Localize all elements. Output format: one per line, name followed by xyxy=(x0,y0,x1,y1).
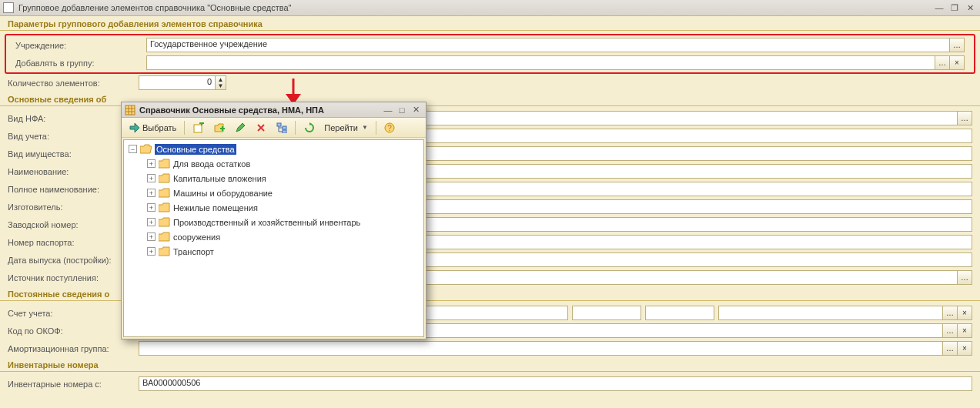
popup-minimize-button[interactable]: — xyxy=(381,104,395,116)
ellipsis-group[interactable]: … xyxy=(935,55,950,70)
expand-icon[interactable]: + xyxy=(147,174,156,182)
input-count[interactable]: 0 xyxy=(139,75,216,90)
label-nfa: Вид НФА: xyxy=(8,114,139,123)
label-name: Наименование: xyxy=(8,167,139,176)
label-account: Счет учета: xyxy=(8,309,139,318)
minimize-button[interactable]: — xyxy=(932,2,946,14)
folder-icon xyxy=(159,173,170,183)
input-account-3[interactable] xyxy=(645,306,714,320)
spinner-count[interactable]: ▲▼ xyxy=(216,75,226,90)
row-org: Учреждение: Государственное учреждение … xyxy=(8,36,972,54)
folder-open-icon xyxy=(140,144,152,154)
refresh-button[interactable] xyxy=(299,119,319,135)
svg-rect-7 xyxy=(194,125,202,132)
svg-rect-14 xyxy=(277,123,281,126)
chevron-down-icon: ▼ xyxy=(362,124,368,131)
separator xyxy=(295,121,296,135)
ellipsis-amort[interactable]: … xyxy=(943,341,958,356)
add-folder-button[interactable] xyxy=(209,119,229,135)
ellipsis-account[interactable]: … xyxy=(943,306,958,320)
clear-account[interactable]: × xyxy=(958,306,972,320)
close-button[interactable]: ✕ xyxy=(963,2,977,14)
ellipsis-nfa[interactable]: … xyxy=(958,111,972,125)
label-builddate: Дата выпуска (постройки): xyxy=(8,256,139,265)
label-amort: Амортизационная группа: xyxy=(8,344,139,353)
tree-item[interactable]: + Машины и оборудование xyxy=(124,186,423,200)
main-titlebar: Групповое добавление элементов справочни… xyxy=(0,0,980,16)
refresh-icon xyxy=(303,122,315,133)
ellipsis-source[interactable]: … xyxy=(958,270,972,285)
edit-button[interactable] xyxy=(230,119,249,135)
label-acctype: Вид учета: xyxy=(8,132,139,141)
tree-root-label: Основные средства xyxy=(155,144,236,155)
expand-icon[interactable]: + xyxy=(147,247,156,256)
input-invfrom[interactable]: ВА0000000506 xyxy=(139,376,972,391)
goto-button[interactable]: Перейти ▼ xyxy=(320,119,372,135)
document-icon xyxy=(3,2,14,13)
folder-plus-icon xyxy=(213,122,225,133)
delete-button[interactable] xyxy=(251,119,270,135)
input-org[interactable]: Государственное учреждение xyxy=(146,38,950,52)
row-amort: Амортизационная группа: …× xyxy=(0,339,980,357)
reference-picker-dialog: Справочник Основные средства, НМА, НПА —… xyxy=(121,102,426,339)
clear-okof[interactable]: × xyxy=(958,323,972,338)
expand-icon[interactable]: + xyxy=(147,189,156,197)
highlight-frame: Учреждение: Государственное учреждение …… xyxy=(5,34,975,74)
add-button[interactable] xyxy=(189,119,208,135)
select-arrow-icon xyxy=(129,122,140,133)
tree-root[interactable]: − Основные средства xyxy=(124,142,423,156)
ellipsis-okof[interactable]: … xyxy=(943,323,958,338)
expand-icon[interactable]: + xyxy=(147,232,156,241)
svg-rect-16 xyxy=(283,130,286,133)
expand-icon[interactable]: + xyxy=(147,203,156,212)
popup-close-button[interactable]: ✕ xyxy=(409,104,423,116)
tree-item[interactable]: + Нежилые помещения xyxy=(124,200,423,215)
section-params-header: Параметры группового добавления элементо… xyxy=(0,16,980,31)
expand-icon[interactable]: + xyxy=(147,159,156,168)
label-passport: Номер паспорта: xyxy=(8,238,139,247)
clear-amort[interactable]: × xyxy=(958,341,972,356)
restore-button[interactable]: ❐ xyxy=(948,2,962,14)
tree-pane[interactable]: − Основные средства + Для ввода остатков… xyxy=(123,139,424,337)
label-serial: Заводской номер: xyxy=(8,220,139,229)
tree-item[interactable]: + Для ввода остатков xyxy=(124,156,423,171)
input-account-2[interactable] xyxy=(572,306,641,320)
help-icon: ? xyxy=(384,122,396,133)
section-inv-header: Инвентарные номера xyxy=(0,357,980,372)
hierarchy-button[interactable] xyxy=(272,119,291,135)
svg-text:?: ? xyxy=(388,124,393,132)
popup-title: Справочник Основные средства, НМА, НПА xyxy=(139,105,381,115)
folder-icon xyxy=(159,188,170,198)
svg-rect-2 xyxy=(125,105,135,115)
label-maker: Изготовитель: xyxy=(8,202,139,212)
tree-item[interactable]: + Капитальные вложения xyxy=(124,171,423,186)
input-amort[interactable] xyxy=(139,341,943,356)
tree-item[interactable]: + Транспорт xyxy=(124,244,423,259)
label-fullname: Полное наименование: xyxy=(8,185,139,194)
svg-rect-15 xyxy=(283,126,286,129)
tree-item[interactable]: + сооружения xyxy=(124,229,423,244)
clear-group[interactable]: × xyxy=(950,55,965,70)
row-group: Добавлять в группу: … × xyxy=(8,54,972,72)
select-button[interactable]: Выбрать xyxy=(125,119,180,135)
tree-item-label: сооружения xyxy=(173,232,220,242)
tree-item-label: Машины и оборудование xyxy=(173,189,273,198)
input-group[interactable] xyxy=(146,55,935,70)
folder-icon xyxy=(159,232,170,242)
help-button[interactable]: ? xyxy=(380,119,400,135)
tree-item[interactable]: + Производственный и хозяйственный инвен… xyxy=(124,215,423,229)
expand-icon[interactable]: + xyxy=(147,218,156,226)
collapse-icon[interactable]: − xyxy=(129,145,137,153)
label-invfrom: Инвентарные номера с: xyxy=(8,380,139,389)
separator xyxy=(376,121,376,135)
popup-titlebar: Справочник Основные средства, НМА, НПА —… xyxy=(122,102,426,118)
pencil-icon xyxy=(234,122,246,133)
input-account-4[interactable] xyxy=(718,306,943,320)
folder-icon xyxy=(159,159,170,169)
popup-maximize-button[interactable]: □ xyxy=(395,104,409,116)
ellipsis-org[interactable]: … xyxy=(950,38,965,52)
label-proptype: Вид имущества: xyxy=(8,149,139,159)
plus-icon xyxy=(192,122,204,133)
delete-icon xyxy=(255,122,266,133)
label-org: Учреждение: xyxy=(15,41,146,50)
